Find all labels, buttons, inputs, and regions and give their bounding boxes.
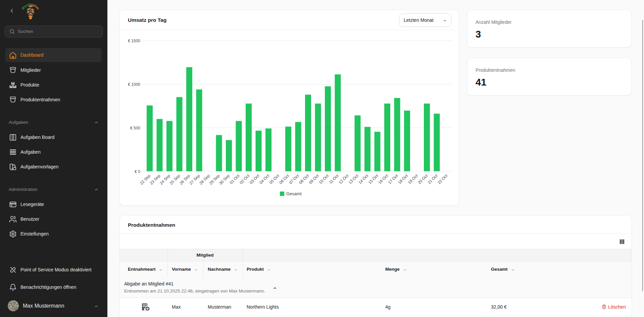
svg-text:29 Sep: 29 Sep [208,173,221,186]
svg-text:08 Oct: 08 Oct [298,173,310,185]
svg-text:05 Oct: 05 Oct [268,173,280,185]
svg-text:12 Oct: 12 Oct [338,173,349,185]
svg-text:20 Oct: 20 Oct [417,173,429,185]
svg-text:17 Oct: 17 Oct [387,173,399,185]
svg-text:13 Oct: 13 Oct [348,173,359,185]
svg-text:23 Sep: 23 Sep [149,173,161,186]
svg-text:06 Oct: 06 Oct [278,173,290,185]
svg-text:28 Sep: 28 Sep [198,173,211,186]
svg-text:15 Oct: 15 Oct [367,173,379,185]
svg-text:01 Oct: 01 Oct [229,173,241,185]
svg-text:11 Oct: 11 Oct [328,173,340,185]
svg-text:14 Oct: 14 Oct [357,173,369,185]
svg-text:22 Sep: 22 Sep [139,173,151,186]
svg-text:10 Oct: 10 Oct [318,173,330,185]
svg-text:18 Oct: 18 Oct [397,173,409,185]
svg-text:25 Sep: 25 Sep [169,173,181,186]
svg-text:24 Sep: 24 Sep [159,173,171,186]
svg-text:21 Oct: 21 Oct [427,173,439,185]
svg-text:09 Oct: 09 Oct [308,173,320,185]
svg-text:07 Oct: 07 Oct [288,173,300,185]
svg-text:16 Oct: 16 Oct [377,173,389,185]
svg-text:02 Oct: 02 Oct [239,173,250,185]
svg-text:€ 1500: € 1500 [128,39,140,43]
svg-text:27 Sep: 27 Sep [189,173,201,186]
svg-text:€ 1000: € 1000 [128,82,140,87]
svg-text:04 Oct: 04 Oct [258,173,270,185]
svg-text:€ 500: € 500 [130,126,140,130]
svg-text:Gesamt: Gesamt [286,191,302,196]
svg-text:19 Oct: 19 Oct [407,173,419,185]
svg-text:26 Sep: 26 Sep [179,173,191,186]
svg-text:22 Oct: 22 Oct [437,173,448,185]
svg-text:03 Oct: 03 Oct [249,173,260,185]
svg-text:€ 0: € 0 [135,169,140,174]
svg-text:30 Sep: 30 Sep [218,173,231,186]
